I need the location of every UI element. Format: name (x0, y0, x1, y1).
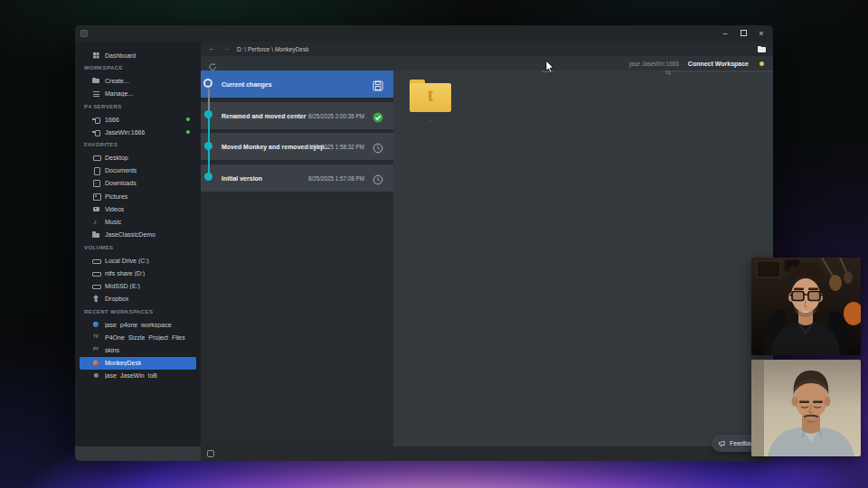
sidebar-item-label: jase_JaseWin_IoB (105, 372, 157, 379)
main-area: ← → D: \ Perforce \ MonkeyDesk jase Jase… (201, 42, 773, 461)
connection-bar: jase JaseWin:1666 Connect Workspace (201, 56, 773, 70)
sidebar-item-desktop[interactable]: Desktop (75, 152, 201, 164)
maximize-icon (741, 30, 747, 36)
sidebar-item-music[interactable]: Music (75, 215, 201, 228)
app-window: – × DashboardWORKSPACECreate...Manage...… (75, 25, 773, 461)
sidebar-item-label: P4One_Sizzle_Project_Files (105, 334, 185, 341)
sidebar-item-local-drive-c[interactable]: Local Drive (C:) (75, 254, 201, 267)
status-bar (201, 446, 773, 461)
connection-status-dot (760, 61, 764, 66)
sidebar-item-label: ntfs share (D:) (105, 270, 145, 277)
list-icon (92, 90, 99, 98)
timeline-entry-current-changes[interactable]: Current changes (201, 70, 393, 98)
refresh-icon[interactable] (208, 59, 217, 68)
sidebar-item-label: jase_p4one_workspace (105, 322, 172, 328)
breadcrumb: D: \ Perforce \ MonkeyDesk (237, 46, 308, 52)
drive-icon (92, 269, 99, 277)
sidebar-item-jase-jasewin-iob[interactable]: jase_JaseWin_IoB (75, 370, 201, 382)
content-panel: t · (393, 56, 773, 446)
app-menu-icon[interactable] (80, 30, 88, 37)
maximize-button[interactable] (737, 27, 750, 40)
image-icon (92, 192, 99, 200)
timeline-entry-title: Renamed and moved center (222, 112, 306, 118)
sidebar-item-jaseclassicdemo[interactable]: JaseClassicDemo (75, 229, 201, 241)
sidebar-item-p4one-sizzle-project-files[interactable]: TVP4One_Sizzle_Project_Files (75, 331, 201, 343)
timeline-entry-renamed-and-moved-center[interactable]: Renamed and moved center8/25/2025 2:00:3… (201, 102, 393, 129)
sidebar-section-recent-workspaces: RECENT WORKSPACES (75, 305, 201, 318)
sidebar-item-skins[interactable]: PYskins (75, 343, 201, 356)
sidebar-item-label: Pictures (105, 193, 127, 200)
minimize-button[interactable]: – (719, 27, 731, 40)
sidebar-item-ntfs-share-d[interactable]: ntfs share (D:) (75, 267, 201, 279)
sidebar-item-monkeydesk[interactable]: MonkeyDesk (80, 357, 196, 370)
console-icon[interactable] (207, 450, 214, 457)
webcam-participant-bottom (751, 360, 861, 456)
titlebar: – × (75, 25, 773, 42)
server-label: jase JaseWin:1666 (629, 61, 679, 67)
save-icon[interactable] (373, 79, 383, 89)
sidebar-section-workspace: WORKSPACE (75, 61, 201, 74)
connect-workspace-button[interactable]: Connect Workspace (688, 61, 749, 67)
sidebar-item-dropbox[interactable]: Dropbox (75, 293, 201, 305)
sidebar-item-jase-p4one-workspace[interactable]: jase_p4one_workspace (75, 318, 201, 331)
drive-icon (92, 257, 99, 264)
sidebar-section-p4-servers: P4 SERVERS (75, 100, 201, 113)
timeline-marker (204, 142, 212, 150)
workspace-monkey-icon (92, 360, 99, 367)
sidebar-item-videos[interactable]: Videos (75, 202, 201, 215)
sidebar-item-midssd-e[interactable]: MidSSD (E:) (75, 279, 201, 292)
sidebar-item-label: MidSSD (E:) (105, 283, 140, 289)
folder-icon[interactable] (758, 45, 766, 52)
sidebar-item-create[interactable]: Create... (75, 74, 201, 87)
history-icon[interactable] (373, 173, 383, 183)
sidebar-item-label: Dropbox (105, 296, 128, 302)
dashboard-icon (92, 52, 99, 59)
sidebar-item-label: Dashboard (105, 52, 136, 59)
document-icon (92, 167, 99, 174)
sidebar-item-documents[interactable]: Documents (75, 164, 201, 177)
history-icon[interactable] (373, 141, 383, 152)
sidebar-item-label: Desktop (105, 155, 128, 161)
sidebar-item-label: Videos (105, 206, 124, 212)
workspace-dot-icon (92, 372, 99, 380)
sidebar-item-label: JaseWin:1666 (105, 129, 145, 136)
timeline-entry-title: Initial version (222, 174, 262, 181)
timeline-marker (204, 110, 212, 118)
workspace-text-icon: PY (92, 346, 99, 353)
sidebar-item-label: Local Drive (C:) (105, 258, 149, 264)
folder-glyph: t (410, 85, 451, 106)
back-button[interactable]: ← (208, 42, 215, 56)
timeline-entry-initial-version[interactable]: Initial version8/25/2025 1:57:08 PM (201, 164, 393, 192)
folder-item-label: · (407, 117, 454, 123)
sidebar-item-label: JaseClassicDemo (105, 231, 156, 238)
sidebar-item-pictures[interactable]: Pictures (75, 190, 201, 202)
timeline-entry-timestamp: 8/25/2025 1:58:32 PM (308, 144, 364, 150)
sidebar-item-label: 1666 (105, 117, 119, 123)
forward-button[interactable]: → (222, 42, 230, 56)
sidebar-item-1666[interactable]: 1666 (75, 113, 201, 126)
sidebar-item-downloads[interactable]: Downloads (75, 177, 201, 190)
timeline-entry-moved-monkey-and-removed-eyep[interactable]: Moved Monkey and removed eyep...8/25/202… (201, 133, 393, 160)
sidebar-item-label: Manage... (105, 90, 133, 97)
close-button[interactable]: × (755, 27, 768, 40)
sidebar-item-label: skins (105, 347, 119, 353)
online-status-dot (186, 117, 190, 121)
sidebar-item-manage[interactable]: Manage... (75, 88, 201, 100)
timeline-panel: Current changesRenamed and moved center8… (201, 70, 393, 446)
sidebar-item-label: Downloads (105, 180, 137, 186)
sidebar-section-favorites: FAVORITES (75, 138, 201, 151)
webcam-participant-top (751, 258, 861, 355)
workspace-blue-icon (92, 321, 99, 328)
drive-icon (92, 282, 99, 289)
check-icon[interactable] (373, 110, 383, 121)
mouse-cursor (545, 61, 555, 74)
desktop: – × DashboardWORKSPACECreate...Manage...… (0, 0, 868, 488)
folder-icon (92, 231, 99, 239)
monitor-icon (92, 155, 99, 162)
sidebar-item-jasewin-1666[interactable]: JaseWin:1666 (75, 126, 201, 138)
folder-item[interactable]: t · (407, 80, 454, 123)
folder-thumbnail-icon: t (410, 80, 451, 112)
timeline-entry-title: Current changes (222, 81, 272, 88)
sidebar-section-volumes: VOLUMES (75, 241, 201, 254)
sidebar-item-dashboard[interactable]: Dashboard (75, 49, 201, 61)
